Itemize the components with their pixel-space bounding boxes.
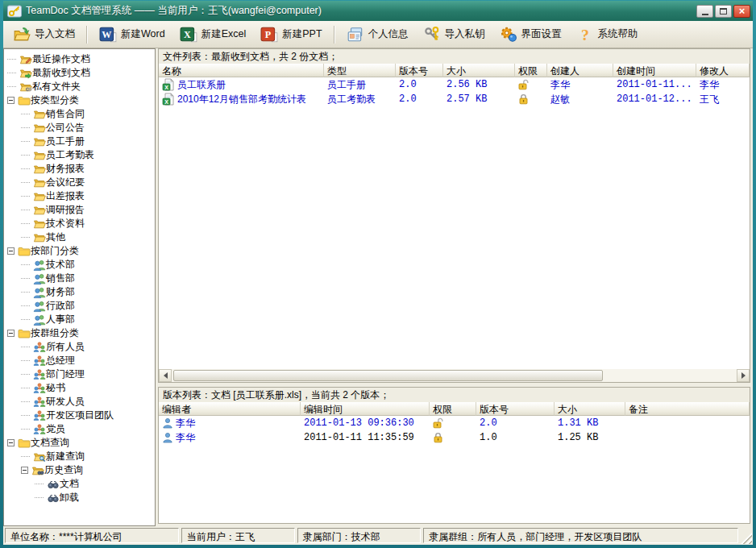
tree-connector-line xyxy=(21,237,30,238)
file-list-column-header-type[interactable]: 类型 xyxy=(324,64,396,77)
tree-item-research-report[interactable]: 调研报告 xyxy=(5,203,155,217)
tree-item-group-rd[interactable]: 研发人员 xyxy=(5,395,155,409)
main-panel: 文件列表：最新收到文档，共 2 份文档； 名称类型版本号大小权限创建人创建时间修… xyxy=(158,48,753,526)
file-list-column-header-name[interactable]: 名称 xyxy=(159,64,324,77)
tree-item-other[interactable]: 其他 xyxy=(5,230,155,244)
version-cell-editor: 李华 xyxy=(159,416,301,430)
version-row[interactable]: 李华2011-01-11 11:35:591.01.25 KB xyxy=(159,430,750,445)
group-icon xyxy=(33,355,46,367)
tree-item-received-docs[interactable]: 最新收到文档 xyxy=(5,66,155,80)
tree-item-dept-hr[interactable]: 人事部 xyxy=(5,313,155,326)
tree-connector-line xyxy=(21,305,30,306)
tree-item-label: 私有文件夹 xyxy=(32,80,81,93)
tree-item-tech-material[interactable]: 技术资料 xyxy=(5,217,155,230)
scroll-thumb[interactable] xyxy=(173,370,603,381)
version-list-column-header-version[interactable]: 版本号 xyxy=(476,402,555,416)
tree-item-group-gm[interactable]: 总经理 xyxy=(5,354,155,367)
tree-item-dept-finance[interactable]: 财务部 xyxy=(5,285,155,299)
file-row[interactable]: X2010年12月销售部考勤统计表员工考勤表2.02.57 KB赵敏2011-0… xyxy=(159,92,750,106)
version-list-column-header-note[interactable]: 备注 xyxy=(625,402,750,416)
cell-text: 李华 xyxy=(550,78,570,92)
tree-item-query-unload[interactable]: 卸载 xyxy=(5,491,155,504)
version-list-body: 李华2011-01-13 09:36:302.01.31 KB李华2011-01… xyxy=(159,416,750,445)
maximize-button[interactable] xyxy=(715,5,732,18)
toolbar-button-import-doc[interactable]: 导入文档 xyxy=(6,23,81,47)
tree-expander-minus[interactable] xyxy=(7,247,15,255)
minimize-button[interactable] xyxy=(696,5,713,18)
version-list-column-header-size[interactable]: 大小 xyxy=(555,402,625,416)
cell-text: 1.31 KB xyxy=(558,417,598,429)
tree-item-attendance-sheet[interactable]: 员工考勤表 xyxy=(5,148,155,162)
tree-item-by-type[interactable]: 按类型分类 xyxy=(5,93,155,107)
folder-open-icon xyxy=(33,149,46,162)
file-list-column-header-created[interactable]: 创建时间 xyxy=(613,64,696,77)
app-key-icon xyxy=(7,5,22,18)
tree-item-company-notice[interactable]: 公司公告 xyxy=(5,121,155,135)
toolbar-button-label: 导入私钥 xyxy=(445,27,485,41)
tree-item-by-dept[interactable]: 按部门分类 xyxy=(5,244,155,258)
version-list-column-header-permission[interactable]: 权限 xyxy=(430,402,476,416)
scroll-track[interactable] xyxy=(172,369,737,382)
tree-item-group-dept-manager[interactable]: 部门经理 xyxy=(5,367,155,381)
version-list-column-header-time[interactable]: 编辑时间 xyxy=(301,402,430,416)
toolbar-button-new-ppt[interactable]: P新建PPT xyxy=(254,23,328,47)
tree-item-private-folder[interactable]: 私有文件夹 xyxy=(5,80,155,93)
tree-item-new-query[interactable]: 新建查询 xyxy=(5,450,155,463)
tree-item-label: 部门经理 xyxy=(46,367,85,381)
tree-item-dept-tech[interactable]: 技术部 xyxy=(5,258,155,272)
people-icon xyxy=(33,272,46,285)
titlebar[interactable]: TeamDoc 文档管理系统 —— 当前用户：王飞(wangfei@comput… xyxy=(3,1,753,21)
tree-expander-minus[interactable] xyxy=(7,439,15,446)
tree-expander-minus[interactable] xyxy=(21,467,28,474)
resize-grip[interactable] xyxy=(741,533,752,544)
toolbar-button-new-excel[interactable]: X新建Excel xyxy=(173,23,253,47)
tree-item-group-devzone-team[interactable]: 开发区项目团队 xyxy=(5,409,155,422)
id-card-icon xyxy=(347,26,364,44)
version-cell-size: 1.25 KB xyxy=(555,430,625,445)
tree-item-history-query[interactable]: 历史查询 xyxy=(5,463,155,477)
tree-item-sales-contract[interactable]: 销售合同 xyxy=(5,107,155,121)
tree-connector-line xyxy=(35,484,44,484)
tree-item-label: 员工考勤表 xyxy=(46,148,94,162)
file-list-column-header-modifier[interactable]: 修改人 xyxy=(696,64,750,77)
tree-item-finance-report[interactable]: 财务报表 xyxy=(5,162,155,176)
tree-item-dept-admin[interactable]: 行政部 xyxy=(5,299,155,313)
tree-item-meeting-minutes[interactable]: 会议纪要 xyxy=(5,176,155,189)
tree-item-group-secretary[interactable]: 秘书 xyxy=(5,381,155,395)
file-list-column-header-creator[interactable]: 创建人 xyxy=(547,64,613,77)
tree-item-travel-report[interactable]: 出差报表 xyxy=(5,189,155,203)
version-row[interactable]: 李华2011-01-13 09:36:302.01.31 KB xyxy=(159,416,750,430)
tree-item-doc-query[interactable]: 文档查询 xyxy=(5,436,155,450)
file-list-column-header-version[interactable]: 版本号 xyxy=(396,64,443,77)
tree-item-label: 总经理 xyxy=(46,354,75,367)
toolbar-button-new-word[interactable]: W新建Word xyxy=(93,23,172,47)
status-panel-department: 隶属部门：技术部 xyxy=(297,528,422,543)
scroll-left-arrow[interactable] xyxy=(159,369,172,382)
tree-item-label: 文档查询 xyxy=(31,436,69,450)
tree-connector-line xyxy=(7,86,16,87)
folder-open-icon xyxy=(33,231,46,244)
close-button[interactable]: × xyxy=(733,5,750,18)
file-row[interactable]: X员工联系册员工手册2.02.56 KB李华2011-01-11...李华 xyxy=(159,77,750,92)
file-list-column-header-size[interactable]: 大小 xyxy=(443,64,515,77)
tree-item-group-party[interactable]: 党员 xyxy=(5,422,155,436)
tree-item-recent-docs[interactable]: 最近操作文档 xyxy=(5,52,155,66)
scroll-right-arrow[interactable] xyxy=(737,369,750,382)
toolbar-button-personal-info[interactable]: 个人信息 xyxy=(340,23,415,47)
tree-expander-minus[interactable] xyxy=(7,97,15,104)
toolbar-button-ui-settings[interactable]: 界面设置 xyxy=(493,23,568,47)
tree-item-by-group[interactable]: 按群组分类 xyxy=(5,326,155,340)
toolbar-button-system-help[interactable]: ?系统帮助 xyxy=(570,23,645,47)
tree-item-query-doc[interactable]: 文档 xyxy=(5,477,155,491)
tree-item-label: 所有人员 xyxy=(46,340,85,354)
tree-item-group-all[interactable]: 所有人员 xyxy=(5,340,155,354)
tree-expander-minus[interactable] xyxy=(7,330,15,337)
file-list-column-header-permission[interactable]: 权限 xyxy=(515,64,547,77)
tree-item-label: 卸载 xyxy=(60,491,79,504)
version-list-column-header-editor[interactable]: 编辑者 xyxy=(159,402,301,416)
group-icon xyxy=(33,341,46,354)
tree-item-dept-sales[interactable]: 销售部 xyxy=(5,272,155,285)
tree-item-employee-handbook[interactable]: 员工手册 xyxy=(5,135,155,148)
toolbar-button-import-private-key[interactable]: 导入私钥 xyxy=(417,23,492,47)
file-list-hscrollbar[interactable] xyxy=(159,369,750,382)
